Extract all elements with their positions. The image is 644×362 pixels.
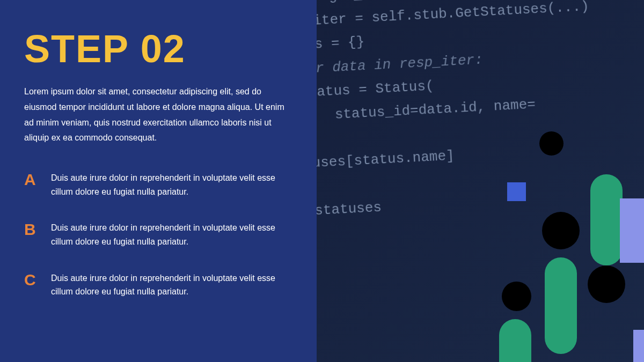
pill-shape-icon — [499, 319, 531, 362]
bullet-item-a: A Duis aute irure dolor in reprehenderit… — [24, 170, 292, 198]
circle-icon — [502, 282, 531, 311]
square-icon — [507, 182, 526, 201]
circle-icon — [588, 265, 625, 303]
bullet-text: Duis aute irure dolor in reprehenderit i… — [51, 270, 292, 299]
slide-title: STEP 02 — [24, 27, 292, 71]
bullet-item-b: B Duis aute irure dolor in reprehenderit… — [24, 220, 292, 248]
pill-shape-icon — [545, 257, 577, 354]
bullet-letter: C — [24, 270, 51, 290]
bullet-letter: A — [24, 170, 51, 189]
decorative-shapes — [317, 0, 644, 362]
pill-shape-icon — [590, 174, 623, 265]
bullet-item-c: C Duis aute irure dolor in reprehenderit… — [24, 270, 292, 299]
rectangle-icon — [633, 330, 644, 362]
circle-icon — [539, 131, 564, 156]
right-image-panel: get_dict_key_name(...) ... iter = self.s… — [317, 0, 644, 362]
rectangle-icon — [620, 198, 644, 263]
bullet-text: Duis aute irure dolor in reprehenderit i… — [51, 170, 292, 198]
left-content-panel: STEP 02 Lorem ipsum dolor sit amet, cons… — [0, 0, 317, 362]
intro-paragraph: Lorem ipsum dolor sit amet, consectetur … — [24, 84, 292, 146]
bullet-text: Duis aute irure dolor in reprehenderit i… — [51, 220, 292, 248]
circle-icon — [542, 212, 580, 249]
bullet-letter: B — [24, 220, 51, 239]
